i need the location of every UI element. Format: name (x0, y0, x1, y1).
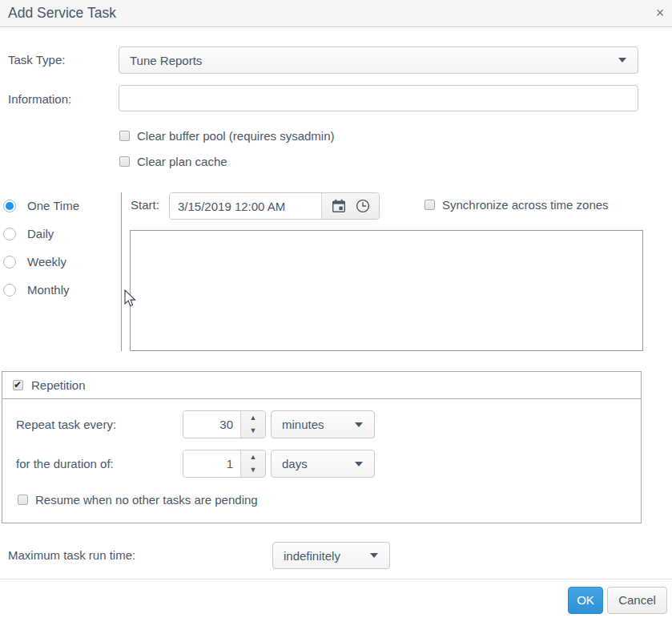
duration-input[interactable] (183, 450, 240, 477)
footer-divider (0, 579, 672, 580)
duration-unit-dropdown[interactable]: days (271, 450, 375, 478)
spinner-up-icon[interactable]: ▲ (241, 411, 265, 425)
sync-timezones-row[interactable]: Synchronize across time zones (425, 198, 609, 212)
repeat-unit-dropdown[interactable]: minutes (271, 410, 375, 438)
clear-buffer-checkbox[interactable] (119, 131, 130, 141)
start-datetime-picker[interactable] (169, 192, 380, 220)
chevron-down-icon (355, 422, 363, 427)
start-label: Start: (131, 198, 159, 212)
chevron-down-icon (618, 58, 626, 63)
schedule-detail-panel (130, 230, 643, 351)
radio-one-time[interactable]: One Time (3, 199, 79, 212)
radio-monthly-circle[interactable] (3, 284, 16, 297)
clear-plan-row[interactable]: Clear plan cache (119, 155, 227, 168)
repetition-title: Repetition (31, 378, 86, 392)
radio-weekly-circle[interactable] (3, 256, 16, 269)
duration-spin-buttons: ▲ ▼ (240, 450, 265, 477)
clear-buffer-label: Clear buffer pool (requires sysadmin) (137, 129, 335, 143)
radio-monthly-label: Monthly (27, 283, 70, 297)
radio-weekly-label: Weekly (27, 255, 66, 269)
ok-button[interactable]: OK (568, 587, 603, 614)
duration-spinner[interactable]: ▲ ▼ (183, 450, 266, 478)
resume-label: Resume when no other tasks are pending (35, 493, 258, 507)
resume-checkbox[interactable] (18, 495, 28, 505)
radio-daily[interactable]: Daily (3, 227, 54, 240)
spinner-up-icon[interactable]: ▲ (241, 450, 265, 464)
radio-one-time-circle[interactable] (3, 200, 16, 212)
max-runtime-label: Maximum task run time: (8, 548, 135, 562)
repeat-every-label: Repeat task every: (16, 418, 116, 431)
sync-timezones-checkbox[interactable] (425, 200, 435, 210)
clear-plan-label: Clear plan cache (137, 155, 227, 168)
repeat-unit-value: minutes (272, 418, 355, 431)
radio-daily-circle[interactable] (3, 228, 16, 240)
radio-one-time-label: One Time (27, 199, 79, 212)
task-type-value: Tune Reports (119, 54, 618, 67)
spinner-down-icon[interactable]: ▼ (241, 464, 265, 478)
information-input[interactable] (119, 85, 638, 111)
repeat-every-spinner[interactable]: ▲ ▼ (183, 410, 266, 438)
duration-label: for the duration of: (16, 457, 114, 471)
repeat-every-input[interactable] (183, 411, 240, 438)
max-runtime-value: indefinitely (273, 549, 370, 563)
resume-row[interactable]: Resume when no other tasks are pending (18, 493, 258, 507)
start-datetime-input[interactable] (170, 193, 321, 219)
datetime-icon-group (321, 193, 379, 219)
schedule-divider (121, 192, 122, 351)
chevron-down-icon (370, 553, 378, 558)
task-type-label: Task Type: (8, 53, 65, 67)
max-runtime-dropdown[interactable]: indefinitely (272, 542, 390, 569)
radio-weekly[interactable]: Weekly (3, 255, 66, 269)
clock-icon[interactable] (356, 199, 370, 213)
duration-unit-value: days (272, 457, 355, 471)
calendar-icon[interactable] (332, 199, 346, 213)
information-label: Information: (8, 92, 71, 106)
cancel-button[interactable]: Cancel (607, 587, 667, 614)
close-icon[interactable]: × (651, 4, 669, 22)
task-type-dropdown[interactable]: Tune Reports (119, 46, 638, 74)
sync-timezones-label: Synchronize across time zones (442, 198, 609, 212)
repetition-checkbox[interactable] (13, 380, 23, 390)
radio-daily-label: Daily (27, 227, 54, 240)
repetition-header[interactable]: Repetition (2, 372, 641, 399)
radio-monthly[interactable]: Monthly (3, 283, 70, 297)
spinner-down-icon[interactable]: ▼ (241, 425, 265, 438)
repeat-every-spin-buttons: ▲ ▼ (240, 411, 265, 438)
clear-buffer-row[interactable]: Clear buffer pool (requires sysadmin) (119, 129, 335, 143)
chevron-down-icon (355, 462, 363, 466)
dialog-title: Add Service Task (8, 5, 116, 22)
clear-plan-checkbox[interactable] (119, 156, 130, 167)
